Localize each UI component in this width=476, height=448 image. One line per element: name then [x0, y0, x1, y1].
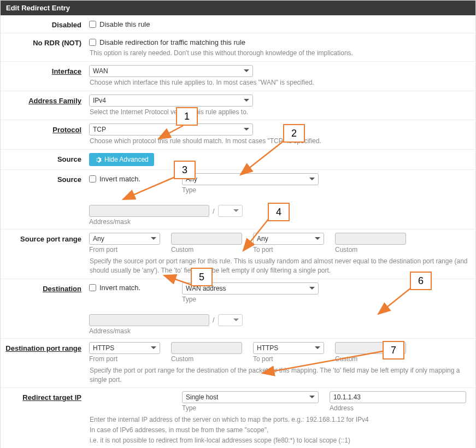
label-nordr: No RDR (NOT): [33, 39, 81, 47]
callout-7: 7: [383, 341, 404, 359]
row-interface: Interface WAN Choose which interface thi…: [1, 61, 475, 91]
redirect-address-input[interactable]: [330, 391, 466, 403]
src-from-custom-sublabel: Custom: [171, 246, 242, 254]
dest-invert-checkbox[interactable]: [89, 284, 96, 291]
redirect-type-sublabel: Type: [182, 404, 319, 412]
disabled-checkbox[interactable]: [89, 21, 96, 28]
dst-from-sublabel: From port: [89, 355, 160, 363]
callout-4: 4: [268, 203, 290, 221]
callout-5: 5: [191, 268, 213, 286]
callout-2: 2: [283, 124, 305, 143]
source-mask-sublabel: Address/mask: [89, 218, 243, 226]
label-protocol: Protocol: [52, 126, 81, 134]
panel-title: Edit Redirect Entry: [1, 1, 475, 15]
source-invert-wrap[interactable]: Invert match.: [89, 173, 171, 184]
panel-edit-redirect: Edit Redirect Entry Disabled Disable thi…: [0, 0, 476, 448]
addrfam-select[interactable]: IPv4: [89, 95, 253, 107]
src-from-port-select[interactable]: Any: [89, 233, 160, 245]
gear-icon: [95, 156, 102, 163]
label-src-port: Source port range: [20, 235, 81, 243]
row-source-btn: Source Hide Advanced: [1, 149, 475, 169]
source-address-input[interactable]: [89, 205, 209, 217]
interface-select[interactable]: WAN: [89, 65, 253, 77]
hide-advanced-button[interactable]: Hide Advanced: [89, 153, 154, 166]
row-addrfam: Address Family IPv4 Select the Internet …: [1, 91, 475, 120]
row-nordr: No RDR (NOT) Disable redirection for tra…: [1, 33, 475, 61]
addrfam-help: Select the Internet Protocol version thi…: [89, 108, 470, 117]
src-to-sublabel: To port: [253, 246, 324, 254]
source-type-select[interactable]: Any: [182, 173, 319, 185]
row-destination: Destination Invert match. WAN address Ty…: [1, 279, 475, 338]
callout-3: 3: [174, 161, 196, 179]
src-to-custom-input[interactable]: [335, 233, 406, 245]
label-source-btn: Source: [57, 155, 81, 163]
label-source: Source: [57, 175, 81, 184]
redirect-ip-help2: In case of IPv6 addresses, in must be fr…: [89, 426, 470, 435]
nordr-checkbox-wrap[interactable]: Disable redirection for traffic matching…: [89, 37, 470, 48]
src-to-port-select[interactable]: Any: [253, 233, 324, 245]
dest-mask-select[interactable]: [218, 314, 243, 326]
hide-advanced-label: Hide Advanced: [104, 156, 149, 163]
row-redirect-ip: Redirect target IP Single host Type Addr…: [1, 387, 475, 448]
redirect-type-select[interactable]: Single host: [182, 391, 319, 403]
dst-from-custom-sublabel: Custom: [171, 355, 242, 363]
dest-mask-sublabel: Address/mask: [89, 327, 243, 335]
source-type-sublabel: Type: [182, 186, 319, 194]
dest-address-input[interactable]: [89, 314, 209, 326]
source-invert-checkbox[interactable]: [89, 175, 96, 182]
row-protocol: Protocol TCP Choose which protocol this …: [1, 120, 475, 149]
row-disabled: Disabled Disable this rule: [1, 15, 475, 33]
src-to-custom-sublabel: Custom: [335, 246, 406, 254]
dest-type-sublabel: Type: [182, 296, 319, 303]
dst-to-sublabel: To port: [253, 355, 324, 363]
protocol-select[interactable]: TCP: [89, 123, 253, 135]
slash-icon: /: [211, 316, 216, 324]
source-invert-text: Invert match.: [99, 175, 140, 183]
source-mask-select[interactable]: [218, 205, 243, 217]
label-redirect-ip: Redirect target IP: [22, 393, 81, 402]
disabled-text: Disable this rule: [99, 20, 150, 28]
row-src-port: Source port range Any From port Custom A…: [1, 229, 475, 279]
disabled-checkbox-wrap[interactable]: Disable this rule: [89, 19, 470, 30]
nordr-text: Disable redirection for traffic matching…: [99, 38, 245, 46]
dst-from-port-select[interactable]: HTTPS: [89, 342, 160, 354]
label-dst-port: Destination port range: [5, 344, 81, 352]
nordr-checkbox[interactable]: [89, 39, 96, 46]
interface-help: Choose which interface this rule applies…: [89, 78, 470, 87]
row-source: Source Invert match. Any Type /: [1, 169, 475, 229]
src-from-custom-input[interactable]: [171, 233, 242, 245]
dst-port-help: Specify the port or port range for the d…: [89, 366, 470, 385]
callout-1: 1: [176, 107, 198, 126]
slash-icon: /: [211, 207, 216, 215]
protocol-help: Choose which protocol this rule should m…: [89, 137, 470, 146]
label-disabled: Disabled: [52, 21, 81, 29]
dest-invert-wrap[interactable]: Invert match.: [89, 282, 171, 293]
label-addrfam: Address Family: [28, 97, 81, 105]
callout-6: 6: [410, 272, 432, 290]
dest-invert-text: Invert match.: [99, 284, 140, 292]
dst-from-custom-input[interactable]: [171, 342, 242, 354]
src-from-sublabel: From port: [89, 246, 160, 254]
redirect-address-sublabel: Address: [330, 404, 466, 412]
dst-to-port-select[interactable]: HTTPS: [253, 342, 324, 354]
label-destination: Destination: [43, 285, 81, 293]
nordr-help: This option is rarely needed. Don't use …: [89, 49, 470, 58]
redirect-ip-help3: i.e. it is not possible to redirect from…: [89, 436, 470, 445]
redirect-ip-help1: Enter the internal IP address of the ser…: [89, 415, 470, 425]
label-interface: Interface: [52, 67, 81, 75]
